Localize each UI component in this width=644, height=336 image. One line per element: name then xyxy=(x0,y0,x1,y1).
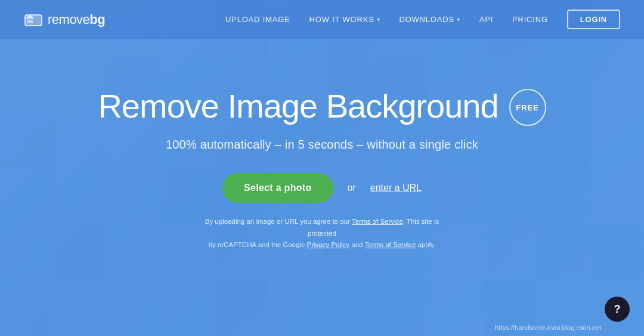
privacy-policy-link[interactable]: Privacy Policy xyxy=(307,241,350,248)
hero-section: Remove Image Background FREE 100% automa… xyxy=(0,39,644,251)
free-badge: FREE xyxy=(509,89,546,126)
cta-row: Select a photo or enter a URL xyxy=(222,173,422,203)
svg-rect-2 xyxy=(27,20,33,23)
hero-title-row: Remove Image Background FREE xyxy=(98,87,546,126)
nav-links: UPLOAD IMAGE HOW IT WORKS ▾ DOWNLOADS ▾ … xyxy=(225,10,620,29)
or-text: or xyxy=(348,183,356,193)
hero-title: Remove Image Background xyxy=(98,88,498,125)
help-button[interactable]: ? xyxy=(605,297,630,322)
hero-subtitle: 100% automatically – in 5 seconds – with… xyxy=(166,138,478,152)
logo-text: removebg xyxy=(48,12,105,27)
chevron-down-icon: ▾ xyxy=(457,16,460,23)
chevron-down-icon: ▾ xyxy=(377,16,380,23)
nav-pricing[interactable]: PRICING xyxy=(512,15,548,24)
logo-icon xyxy=(24,10,43,29)
terms-text: By uploading an image or URL you agree t… xyxy=(197,216,447,251)
login-button[interactable]: LOGIN xyxy=(567,10,620,29)
terms-of-service-link[interactable]: Terms of Service xyxy=(352,218,403,225)
navbar: removebg UPLOAD IMAGE HOW IT WORKS ▾ DOW… xyxy=(0,0,644,39)
nav-downloads[interactable]: DOWNLOADS ▾ xyxy=(399,15,460,24)
enter-url-link[interactable]: enter a URL xyxy=(370,183,422,193)
nav-upload-image[interactable]: UPLOAD IMAGE xyxy=(225,15,290,24)
select-photo-button[interactable]: Select a photo xyxy=(222,173,333,203)
footer-url-link[interactable]: https://handsome-man.blog.csdn.net xyxy=(495,324,601,331)
nav-api[interactable]: API xyxy=(479,15,493,24)
logo[interactable]: removebg xyxy=(24,10,105,29)
nav-how-it-works[interactable]: HOW IT WORKS ▾ xyxy=(309,15,380,24)
terms-of-service-link-2[interactable]: Terms of Service xyxy=(365,241,416,248)
